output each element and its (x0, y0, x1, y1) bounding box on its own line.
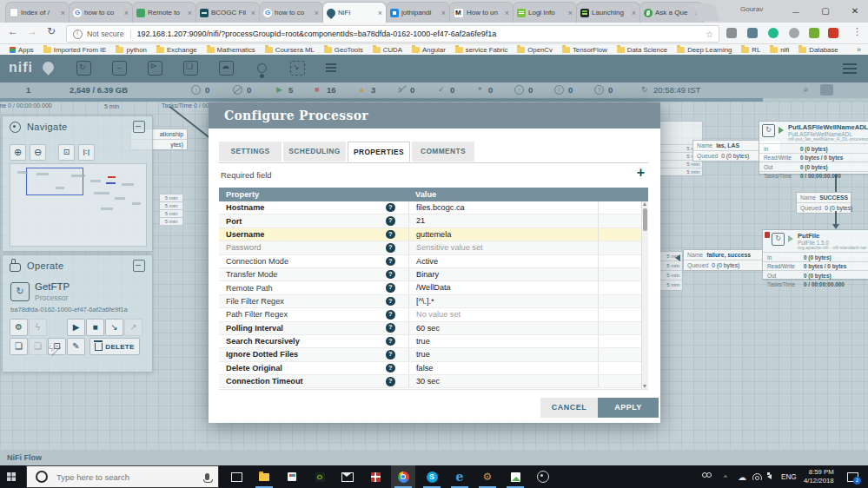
settings-app-button[interactable]: ⚙ (475, 465, 500, 488)
tab-how-to-1[interactable]: how to co (69, 2, 133, 23)
apply-button[interactable]: APPLY (598, 398, 659, 418)
bookmark-folder[interactable]: Angular (412, 46, 446, 54)
tab-close-icon[interactable] (441, 9, 446, 17)
extension-icon[interactable] (747, 28, 758, 38)
extension-icon[interactable] (726, 28, 737, 38)
refresh-icon[interactable]: ↻ (641, 85, 648, 94)
nvidia-button[interactable] (308, 465, 332, 488)
template-button[interactable]: ↘ (105, 319, 123, 336)
delete-button[interactable]: DELETE (89, 338, 140, 355)
bookmark-folder[interactable]: CUDA (373, 46, 402, 54)
help-icon[interactable]: ? (386, 243, 395, 253)
add-property-icon[interactable] (637, 165, 645, 181)
tab-bcogc[interactable]: BCOGC Fil (195, 2, 260, 23)
paste-button[interactable]: ❏ (29, 338, 47, 355)
tab-close-icon[interactable] (61, 9, 65, 17)
microphone-icon[interactable] (205, 473, 209, 480)
bookmark-apps[interactable]: Apps (10, 46, 34, 54)
bookmark-folder[interactable]: service Fabric (455, 46, 508, 54)
dark-circle-app-button[interactable] (531, 465, 555, 488)
tab-how-to-2[interactable]: how to co (259, 2, 323, 23)
help-icon[interactable]: ? (386, 297, 395, 307)
tab-launching[interactable]: Launching (576, 2, 640, 23)
input-port-tool-icon[interactable] (112, 61, 127, 76)
label-tool-icon[interactable] (326, 61, 341, 76)
zoom-in-button[interactable]: ⊕ (10, 144, 26, 161)
store-button[interactable] (280, 465, 304, 488)
scroll-down-icon[interactable] (643, 385, 646, 388)
tab-medium[interactable]: How to un (449, 2, 514, 23)
funnel-tool-icon[interactable] (255, 61, 269, 76)
tab-comments[interactable]: COMMENTS (412, 142, 474, 162)
tab-close-icon[interactable] (251, 9, 255, 17)
bookmark-folder[interactable]: GeoTools (324, 46, 363, 54)
task-view-button[interactable] (224, 465, 248, 488)
configuration-gear-button[interactable]: ⚙ (10, 319, 28, 336)
action-center-button[interactable]: 2 (847, 465, 858, 488)
bookmark-folder[interactable]: TensorFlow (562, 46, 607, 54)
tab-close-icon[interactable] (124, 9, 129, 17)
window-minimize-button[interactable] (782, 0, 810, 23)
zoom-out-button[interactable]: ⊖ (30, 144, 46, 161)
help-icon[interactable]: ? (386, 350, 395, 359)
reload-icon[interactable] (47, 25, 56, 37)
output-port-tool-icon[interactable] (148, 61, 162, 76)
stop-button[interactable]: ■ (86, 319, 104, 336)
bookmark-folder[interactable]: Mathematics (207, 46, 255, 54)
process-group-tool-icon[interactable] (183, 61, 198, 76)
help-icon[interactable]: ? (386, 216, 395, 226)
mail-button[interactable] (335, 465, 360, 488)
window-maximize-button[interactable] (812, 0, 839, 23)
language-indicator[interactable]: ENG (781, 465, 797, 488)
edge-button[interactable]: e (447, 465, 472, 488)
scrollbar-thumb[interactable] (643, 208, 647, 231)
back-icon[interactable] (8, 25, 18, 37)
grammarly-extension-icon[interactable] (768, 28, 779, 38)
onedrive-cloud-icon[interactable]: ☁ (738, 465, 746, 488)
tab-index-of[interactable]: Index of / (5, 2, 70, 23)
tab-logi[interactable]: Logi Info (513, 2, 577, 23)
processor-tool-icon[interactable] (76, 61, 91, 76)
adobe-extension-icon[interactable] (828, 28, 838, 38)
help-icon[interactable]: ? (386, 203, 395, 213)
adblock-extension-icon[interactable] (809, 28, 819, 38)
enable-button[interactable]: ϟ (29, 319, 47, 336)
volume-icon[interactable] (767, 465, 772, 488)
connection-label-success[interactable]: NameSUCCESS Queued0 (0 bytes) (796, 192, 851, 214)
help-icon[interactable]: ? (386, 337, 395, 346)
chrome-button[interactable] (391, 465, 415, 488)
tab-close-icon[interactable] (632, 9, 636, 17)
collapse-icon[interactable] (133, 121, 145, 133)
tab-close-icon[interactable] (315, 9, 319, 17)
scroll-up-icon[interactable] (643, 202, 646, 206)
file-explorer-button[interactable] (252, 465, 276, 488)
taskbar-search[interactable] (26, 465, 219, 488)
search-input[interactable] (55, 472, 205, 483)
tab-close-icon[interactable] (188, 9, 192, 17)
table-scrollbar[interactable] (641, 201, 648, 389)
bookmarks-overflow-icon[interactable]: » (857, 45, 861, 54)
gift-app-button[interactable] (363, 465, 388, 488)
tab-close-icon[interactable] (568, 9, 573, 17)
tab-jothipandi[interactable]: jothipandi (386, 2, 450, 23)
bookmark-folder[interactable]: Deep Learning (677, 46, 732, 54)
bookmark-folder[interactable]: Database (798, 46, 838, 54)
zoom-fit-button[interactable]: ⊡ (58, 144, 75, 161)
help-icon[interactable]: ? (386, 377, 395, 386)
help-icon[interactable]: ? (386, 364, 395, 373)
copy-button[interactable]: ❏ (10, 338, 28, 355)
selected-component-id[interactable]: ba78dfda-0162-1000-ef47-6af2a6fe9f1a (10, 306, 128, 313)
chrome-profile-name[interactable]: Gourav (740, 5, 763, 13)
bookmark-folder[interactable]: Data Science (617, 46, 667, 54)
bookmark-folder[interactable]: Exchange (156, 46, 197, 54)
clock[interactable]: 8:59 PM4/12/2018 (804, 465, 834, 488)
bookmark-folder[interactable]: OpenCv (517, 46, 553, 54)
tab-properties[interactable]: PROPERTIES (348, 142, 410, 162)
remote-process-group-tool-icon[interactable] (219, 61, 234, 76)
bookmark-star-icon[interactable] (706, 30, 713, 39)
tab-remote[interactable]: Remote to (132, 2, 196, 23)
help-icon[interactable]: ? (386, 310, 395, 320)
people-tray-icon[interactable] (702, 465, 712, 488)
bookmark-folder[interactable]: python (116, 46, 146, 54)
hidden-icons-chevron[interactable]: ^ (724, 465, 727, 488)
